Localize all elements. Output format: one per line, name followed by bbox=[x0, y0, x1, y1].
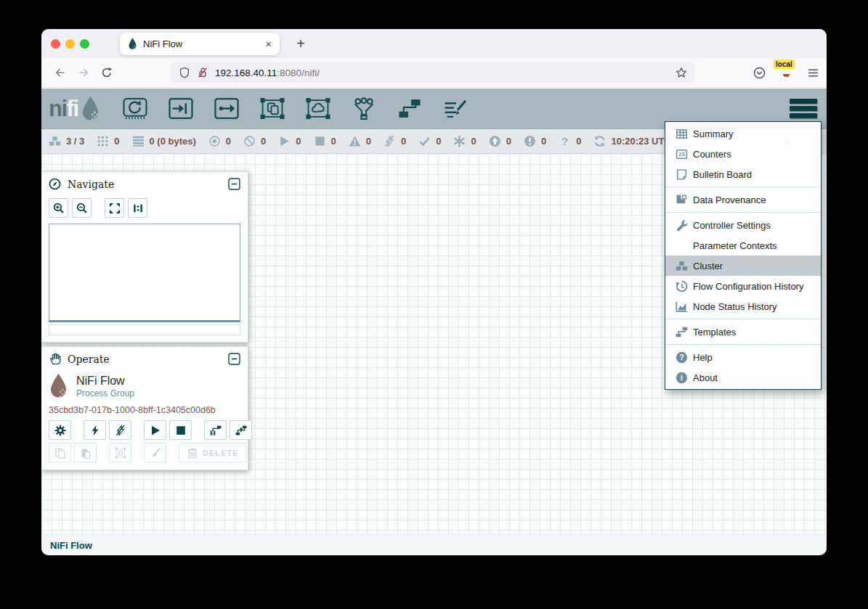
status-sync-failure: ?0 bbox=[559, 135, 581, 147]
component-template[interactable] bbox=[397, 97, 423, 120]
disable-button[interactable] bbox=[109, 420, 131, 440]
pocket-icon[interactable] bbox=[753, 67, 766, 79]
component-toolbar bbox=[122, 97, 469, 120]
counters-icon: 23 bbox=[674, 148, 689, 160]
menu-item-flow-configuration-history[interactable]: Flow Configuration History bbox=[665, 276, 821, 296]
status-active-threads: 0 bbox=[97, 135, 119, 147]
browser-menu-icon[interactable] bbox=[807, 67, 819, 79]
status-disabled-count: 0 bbox=[401, 136, 406, 147]
component-process-group[interactable] bbox=[259, 97, 285, 120]
menu-item-node-status-history[interactable]: Node Status History bbox=[665, 296, 821, 316]
global-menu-button[interactable] bbox=[790, 99, 817, 118]
no-icon bbox=[674, 240, 689, 252]
menu-item-cluster[interactable]: Cluster bbox=[665, 256, 821, 276]
paste-button[interactable] bbox=[74, 443, 97, 462]
menu-item-about[interactable]: iAbout bbox=[665, 367, 821, 388]
breadcrumb[interactable]: NiFi Flow bbox=[50, 540, 92, 551]
status-stale: 0 bbox=[489, 135, 511, 147]
fill-color-button[interactable] bbox=[144, 443, 166, 462]
configuration-button[interactable] bbox=[49, 420, 71, 440]
component-name: NiFi Flow bbox=[76, 375, 134, 388]
component-id[interactable]: 35cbd3b7-017b-1000-8bff-1c3405c00d6b bbox=[41, 399, 248, 416]
broken-lock-icon[interactable] bbox=[197, 67, 208, 78]
help-icon: ? bbox=[674, 351, 689, 364]
operate-header[interactable]: Operate bbox=[41, 347, 248, 371]
menu-item-controller-settings[interactable]: Controller Settings bbox=[665, 215, 821, 235]
close-window-button[interactable] bbox=[51, 39, 60, 49]
minimize-window-button[interactable] bbox=[65, 39, 75, 49]
close-tab-icon[interactable]: × bbox=[265, 38, 272, 49]
url-text: 192.168.40.11:8080/nifi/ bbox=[215, 68, 320, 78]
back-button[interactable] bbox=[49, 62, 72, 83]
group-sel-icon bbox=[115, 447, 126, 459]
last-refreshed-time: 10:20:23 UTC bbox=[611, 136, 670, 147]
stale-icon bbox=[489, 135, 501, 147]
collapse-navigate-button[interactable] bbox=[228, 178, 240, 190]
birdseye-minimap[interactable] bbox=[49, 224, 240, 322]
operate-buttons-row2: DELETE bbox=[41, 440, 248, 470]
new-tab-button[interactable]: + bbox=[289, 33, 312, 55]
logo-text-fi: fi bbox=[67, 96, 78, 122]
component-output-port[interactable] bbox=[214, 97, 240, 120]
operate-title: Operate bbox=[68, 353, 110, 365]
component-remote-process-group[interactable] bbox=[305, 97, 331, 120]
menu-separator bbox=[665, 212, 821, 213]
menu-item-templates[interactable]: Templates bbox=[665, 322, 821, 342]
create-template-button[interactable] bbox=[204, 420, 227, 440]
profile-avatar[interactable]: local bbox=[779, 66, 793, 80]
brush-icon bbox=[150, 447, 161, 459]
url-bar[interactable]: 192.168.40.11:8080/nifi/ bbox=[171, 62, 695, 83]
menu-item-counters[interactable]: 23Counters bbox=[665, 144, 821, 164]
status-connected-nodes: 3 / 3 bbox=[49, 135, 84, 147]
status-invalid-count: 0 bbox=[366, 136, 371, 147]
start-button[interactable] bbox=[144, 420, 166, 440]
navigate-header[interactable]: Navigate bbox=[41, 172, 248, 196]
active-threads-icon bbox=[97, 135, 109, 147]
zoom-actual-button[interactable] bbox=[128, 198, 147, 218]
bookmark-star-icon[interactable] bbox=[676, 67, 687, 78]
component-processor[interactable] bbox=[122, 97, 148, 120]
component-label[interactable] bbox=[442, 97, 469, 120]
forward-button[interactable] bbox=[72, 62, 95, 83]
zoom-fit-button[interactable] bbox=[105, 198, 124, 218]
zoom-in-button[interactable] bbox=[49, 198, 68, 218]
locally-modified-stale-icon bbox=[524, 135, 536, 147]
operate-buttons-row1 bbox=[41, 416, 248, 440]
refresh-icon[interactable] bbox=[593, 135, 606, 147]
zoom-out-button[interactable] bbox=[72, 198, 92, 218]
status-invalid: 0 bbox=[349, 135, 371, 147]
status-stopped: 0 bbox=[314, 135, 336, 147]
gear-icon bbox=[54, 425, 66, 436]
group-button[interactable] bbox=[109, 443, 131, 462]
component-input-port[interactable] bbox=[168, 97, 194, 120]
upload-template-button[interactable] bbox=[230, 420, 252, 440]
selected-component: NiFi Flow Process Group bbox=[41, 371, 248, 399]
menu-item-bulletin-board[interactable]: Bulletin Board bbox=[665, 164, 821, 184]
stop-button[interactable] bbox=[169, 420, 192, 440]
copy-button[interactable] bbox=[49, 443, 71, 462]
menu-item-label: Flow Configuration History bbox=[693, 281, 803, 292]
status-last-refreshed: 10:20:23 UTC bbox=[593, 135, 670, 147]
menu-item-parameter-contexts[interactable]: Parameter Contexts bbox=[665, 235, 821, 256]
menu-item-label: Data Provenance bbox=[693, 195, 766, 205]
browser-tab[interactable]: NiFi Flow × bbox=[120, 33, 280, 55]
running-icon bbox=[278, 135, 291, 147]
maximize-window-button[interactable] bbox=[80, 39, 89, 49]
browser-tab-bar: NiFi Flow × + bbox=[41, 29, 827, 58]
shield-icon[interactable] bbox=[179, 67, 190, 78]
stopped-icon bbox=[314, 135, 326, 147]
menu-item-summary[interactable]: Summary bbox=[665, 123, 821, 144]
delete-button[interactable]: DELETE bbox=[179, 443, 246, 462]
menu-item-label: Cluster bbox=[693, 261, 723, 271]
enable-button[interactable] bbox=[84, 420, 106, 440]
menu-item-label: Help bbox=[693, 352, 713, 363]
menu-item-help[interactable]: ?Help bbox=[665, 347, 821, 367]
menu-item-data-provenance[interactable]: Data Provenance bbox=[665, 189, 821, 210]
status-locally-modified-stale: 0 bbox=[524, 135, 546, 147]
minimap-strip bbox=[49, 324, 240, 335]
component-funnel[interactable] bbox=[351, 97, 377, 120]
locally-modified-icon bbox=[453, 135, 466, 147]
navigate-title: Navigate bbox=[68, 179, 114, 190]
collapse-operate-button[interactable] bbox=[228, 353, 240, 365]
reload-button[interactable] bbox=[95, 62, 118, 83]
